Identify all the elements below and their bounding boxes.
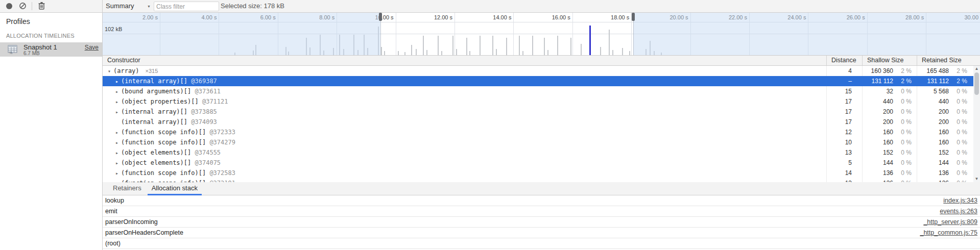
instance-count: ×315 <box>146 68 158 74</box>
shallow-size-value: 131 112 <box>863 76 893 86</box>
source-location-link[interactable]: index.js:343 <box>943 197 980 204</box>
table-row[interactable]: ▸(function scope info)[] @374279101600 %… <box>103 137 980 147</box>
constructor-name: (function scope info)[] <box>121 129 206 136</box>
toolbar: Summary ▼ Selected size: 178 kB <box>0 0 980 13</box>
disclosure-triangle-icon[interactable]: ▸ <box>115 128 121 137</box>
retained-size-value: 200 <box>917 117 949 127</box>
tab-allocation-stack[interactable]: Allocation stack <box>147 182 203 195</box>
retained-size-percent: 0 % <box>949 137 973 147</box>
retained-size-percent: 0 % <box>949 168 973 178</box>
stack-function-name: lookup <box>103 197 124 204</box>
constructor-cell: ▸(function scope info)[] @372191 <box>103 178 826 182</box>
source-location-link[interactable]: _http_common.js:75 <box>920 229 980 236</box>
constructor-name: (object elements)[] <box>121 149 191 156</box>
table-row[interactable]: (internal array)[] @374093172000 %2000 % <box>103 117 980 127</box>
timeline-tick-label: 16.00 s <box>539 14 570 20</box>
allocation-timelines-section-label: ALLOCATION TIMELINES <box>6 33 75 39</box>
allocation-bar <box>423 36 424 55</box>
shallow-size-percent: 0 % <box>893 96 917 107</box>
scrollbar-thumb[interactable] <box>974 72 979 95</box>
table-row[interactable]: ▸(function scope info)[] @372191131360 %… <box>103 178 980 182</box>
table-row[interactable]: ▸(internal array)[] @373885172000 %2000 … <box>103 107 980 117</box>
shallow-size-value: 160 <box>863 137 893 147</box>
overview-pane[interactable]: 102 kB 2.00 s4.00 s6.00 s8.00 s10.00 s12… <box>103 13 980 55</box>
table-row[interactable]: ▸(object properties)[] @371121174400 %44… <box>103 96 980 107</box>
table-row[interactable]: ▸(function scope info)[] @372333121600 %… <box>103 127 980 137</box>
grid-scrollbar[interactable]: ▲ ▼ <box>973 66 980 182</box>
column-header-distance[interactable]: Distance <box>826 56 862 65</box>
allocation-bar <box>506 38 507 55</box>
scroll-up-icon[interactable]: ▲ <box>973 66 980 72</box>
allocation-bar <box>480 36 481 55</box>
shallow-size-percent: 0 % <box>893 117 917 127</box>
object-id: @371121 <box>199 98 228 105</box>
retained-size-cell: 131 1122 % <box>917 76 973 86</box>
overview-dim-left <box>103 13 380 55</box>
retained-size-value: 136 <box>917 168 949 178</box>
selection-grip-right[interactable] <box>632 13 635 21</box>
shallow-size-percent: 0 % <box>893 168 917 178</box>
disclosure-triangle-icon[interactable]: ▸ <box>115 168 121 178</box>
table-row[interactable]: ▸(object elements)[] @37407551440 %1440 … <box>103 158 980 168</box>
selection-grip-left[interactable] <box>379 13 382 21</box>
retained-size-cell: 1600 % <box>917 127 973 137</box>
source-location-link[interactable]: _http_server.js:809 <box>923 218 980 226</box>
shallow-size-value: 440 <box>863 96 893 107</box>
class-filter-input[interactable] <box>154 2 219 11</box>
shallow-size-cell: 4400 % <box>862 96 917 107</box>
object-id: @374075 <box>191 159 221 166</box>
delete-profile-button[interactable] <box>38 2 45 10</box>
disclosure-triangle-icon[interactable]: ▸ <box>115 179 121 182</box>
disclosure-triangle-icon[interactable]: ▸ <box>115 87 121 96</box>
column-header-constructor[interactable]: Constructor <box>103 56 826 65</box>
retained-size-value: 5 568 <box>917 86 949 96</box>
heap-profiler-main: 102 kB 2.00 s4.00 s6.00 s8.00 s10.00 s12… <box>103 13 980 250</box>
constructor-cell: ▾(array)×315 <box>103 66 826 76</box>
perspective-select[interactable]: Summary ▼ <box>106 0 153 12</box>
table-row[interactable]: ▸(internal array)[] @369387–131 1122 %13… <box>103 76 980 86</box>
snapshot-size: 6.7 MB <box>23 51 40 56</box>
clear-all-button[interactable] <box>19 2 27 10</box>
retained-size-cell: 1520 % <box>917 147 973 158</box>
constructor-cell: (internal array)[] @374093 <box>103 117 826 127</box>
save-link[interactable]: Save <box>85 44 99 51</box>
disclosure-triangle-icon[interactable]: ▾ <box>108 66 113 76</box>
disclosure-triangle-icon[interactable]: ▸ <box>115 97 121 107</box>
tab-retainers[interactable]: Retainers <box>108 182 147 195</box>
table-row[interactable]: ▸(object elements)[] @374555131520 %1520… <box>103 147 980 158</box>
scroll-down-icon[interactable]: ▼ <box>973 176 980 182</box>
distance-cell: 14 <box>826 168 862 178</box>
constructor-name: (function scope info)[] <box>121 139 206 146</box>
column-header-shallow-size[interactable]: Shallow Size <box>862 56 917 65</box>
disclosure-triangle-icon[interactable]: ▸ <box>115 107 121 117</box>
column-header-retained-size[interactable]: Retained Size <box>917 56 980 65</box>
retained-size-percent: 0 % <box>949 107 973 117</box>
object-id: @373611 <box>191 88 221 95</box>
table-row[interactable]: ▸(function scope info)[] @372583141360 %… <box>103 168 980 178</box>
source-location-link[interactable]: events.js:263 <box>940 208 980 215</box>
retained-size-value: 136 <box>917 178 949 182</box>
disclosure-triangle-icon[interactable]: ▸ <box>115 148 121 158</box>
shallow-size-percent: 2 % <box>893 76 917 86</box>
retained-size-percent: 0 % <box>949 117 973 127</box>
table-row[interactable]: ▸(bound arguments)[] @37361115320 %5 568… <box>103 86 980 96</box>
retained-size-value: 440 <box>917 96 949 107</box>
object-id: @373885 <box>187 108 217 115</box>
disclosure-triangle-icon[interactable]: ▸ <box>115 158 121 168</box>
overview-size-label: 102 kB <box>105 26 122 32</box>
disclosure-triangle-icon[interactable]: ▸ <box>115 77 121 86</box>
sidebar-item-snapshot-1[interactable]: % Snapshot 1 6.7 MB Save <box>0 42 102 57</box>
table-row[interactable]: ▾(array)×3154160 3602 %165 4882 % <box>103 66 980 76</box>
heap-snapshot-icon: % <box>8 45 18 54</box>
retained-size-value: 160 <box>917 127 949 137</box>
retained-size-cell: 2000 % <box>917 117 973 127</box>
retained-size-percent: 2 % <box>949 76 973 86</box>
constructor-name: (array) <box>113 67 139 74</box>
toolbar-separator <box>32 2 32 10</box>
retained-size-percent: 0 % <box>949 86 973 96</box>
disclosure-triangle-icon[interactable]: ▸ <box>115 138 121 147</box>
shallow-size-cell: 2000 % <box>862 117 917 127</box>
record-button[interactable] <box>6 3 12 9</box>
timeline-gridline <box>513 13 514 55</box>
allocation-bar <box>438 36 439 55</box>
